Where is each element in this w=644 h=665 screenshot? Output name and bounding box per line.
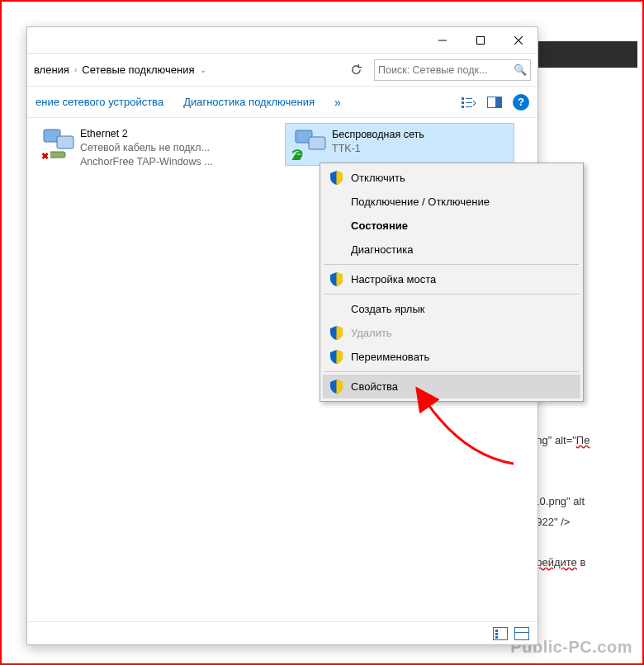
minimize-button[interactable] (424, 27, 462, 53)
connection-name: Ethernet 2 (80, 127, 213, 141)
separator (324, 294, 579, 295)
signal-icon: ▰ (292, 149, 302, 164)
view-options-icon (461, 96, 476, 109)
ctx-label: Свойства (351, 380, 398, 393)
svg-rect-14 (49, 152, 65, 158)
titlebar (27, 27, 537, 54)
connection-device: AnchorFree TAP-Windows ... (80, 155, 213, 169)
svg-rect-5 (462, 101, 464, 104)
context-menu: Отключить Подключение / Отключение Состо… (320, 163, 584, 402)
refresh-button[interactable] (346, 60, 366, 80)
shield-icon (328, 170, 344, 186)
ctx-bridge[interactable]: Настройка моста (323, 267, 580, 291)
ctx-disable[interactable]: Отключить (323, 166, 580, 190)
screenshot-frame: ong" alt="Пе -10.png" alt 1922" /> ерейд… (0, 0, 644, 665)
connection-name: Беспроводная сеть (332, 128, 424, 142)
ctx-label: Переименовать (351, 351, 429, 363)
ctx-label: Создать ярлык (351, 303, 424, 315)
connection-status: Сетевой кабель не подкл... (80, 141, 213, 155)
chevron-right-icon: › (74, 65, 77, 74)
svg-rect-6 (462, 106, 464, 108)
network-adapter-icon (40, 127, 77, 160)
ctx-label: Настройка моста (351, 273, 436, 285)
svg-rect-11 (495, 97, 501, 107)
ctx-label: Диагностика (351, 243, 413, 256)
breadcrumb-part[interactable]: Сетевые подключения (82, 64, 194, 76)
view-options-button[interactable] (457, 92, 479, 113)
search-box[interactable]: 🔍 (374, 59, 531, 81)
shield-icon (328, 349, 344, 366)
status-bar (27, 621, 537, 644)
disconnected-badge-icon (39, 150, 50, 162)
breadcrumb-part[interactable]: вления (34, 64, 69, 76)
toolbar: ение сетевого устройства Диагностика под… (27, 87, 537, 118)
shield-icon (328, 271, 344, 288)
ctx-label: Подключение / Отключение (351, 196, 490, 208)
preview-pane-button[interactable] (484, 92, 505, 113)
refresh-icon (350, 64, 362, 76)
close-icon (514, 36, 523, 45)
preview-pane-icon (487, 97, 502, 108)
ctx-rename[interactable]: Переименовать (323, 345, 580, 369)
connection-ssid: TTK-1 (332, 142, 424, 156)
connection-text: Ethernet 2 Сетевой кабель не подкл... An… (80, 127, 213, 169)
search-input[interactable] (378, 64, 514, 76)
connection-ethernet[interactable]: Ethernet 2 Сетевой кабель не подкл... An… (34, 123, 282, 173)
search-icon[interactable]: 🔍 (514, 64, 527, 76)
view-list-button[interactable] (493, 627, 508, 640)
toolbar-item-diagnostics[interactable]: Диагностика подключения (183, 96, 315, 108)
ctx-diagnostics[interactable]: Диагностика (323, 238, 580, 262)
svg-rect-1 (477, 36, 485, 44)
separator (324, 371, 579, 372)
ctx-label: Состояние (351, 219, 408, 232)
address-bar: вления › Сетевые подключения ⌄ 🔍 (27, 54, 537, 87)
shield-icon (328, 325, 344, 342)
ctx-label: Удалить (351, 327, 392, 339)
connection-wireless[interactable]: ▰ Беспроводная сеть TTK-1 (285, 123, 514, 166)
svg-rect-13 (57, 136, 73, 149)
maximize-button[interactable] (462, 27, 500, 53)
ctx-label: Отключить (351, 172, 405, 184)
view-details-button[interactable] (514, 627, 529, 640)
ctx-create-shortcut[interactable]: Создать ярлык (323, 297, 580, 321)
background-dark-strip (538, 41, 637, 68)
help-button[interactable]: ? (513, 94, 529, 111)
svg-rect-4 (462, 97, 464, 100)
ctx-delete: Удалить (323, 321, 580, 345)
close-button[interactable] (500, 27, 537, 53)
breadcrumb[interactable]: вления › Сетевые подключения ⌄ (34, 64, 343, 76)
background-code-text: ong" alt="Пе -10.png" alt 1922" /> ерейд… (530, 431, 637, 629)
ctx-properties[interactable]: Свойства (323, 375, 580, 399)
help-icon: ? (518, 96, 524, 108)
connection-text: Беспроводная сеть TTK-1 (332, 128, 424, 156)
network-adapter-icon: ▰ (292, 128, 329, 161)
shield-icon (328, 379, 344, 395)
ctx-status[interactable]: Состояние (323, 214, 580, 238)
chevron-down-icon[interactable]: ⌄ (200, 65, 206, 74)
minimize-icon (438, 36, 447, 45)
separator (324, 264, 579, 265)
svg-rect-16 (309, 137, 325, 149)
maximize-icon (476, 36, 485, 45)
toolbar-more-icon[interactable]: » (334, 96, 341, 109)
ctx-connect-disconnect[interactable]: Подключение / Отключение (323, 190, 580, 214)
toolbar-item-device[interactable]: ение сетевого устройства (36, 96, 163, 108)
